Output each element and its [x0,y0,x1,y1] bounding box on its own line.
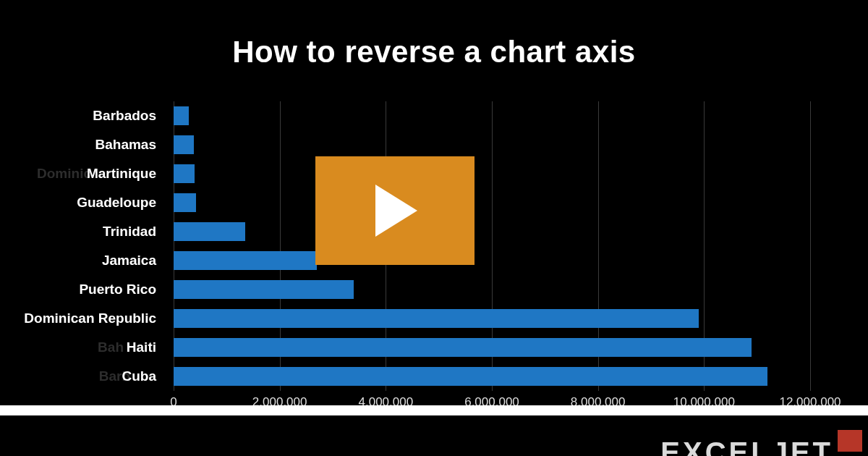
bar-row [174,333,752,362]
y-tick-label: Trinidad [0,217,166,246]
bar-row [174,130,194,159]
bar [174,106,189,125]
bar-row [174,246,317,275]
y-tick-label: Cuba [0,362,166,391]
bar-row [174,159,195,188]
y-tick-label: Barbados [0,101,166,130]
brand-watermark: EXCELJET [660,430,862,456]
bar-row [174,101,189,130]
y-tick-label: Guadeloupe [0,188,166,217]
brand-badge-icon [838,430,862,452]
gridline [810,101,811,391]
play-button[interactable] [315,156,475,265]
bar [174,193,196,212]
brand-text: EXCELJET [660,430,833,456]
bar [174,280,354,299]
bar [174,135,194,154]
plot-area [174,101,810,391]
bar-row [174,188,196,217]
svg-marker-0 [375,185,417,237]
bar [174,367,767,386]
divider [0,405,868,415]
bar [174,309,699,328]
y-tick-label: Jamaica [0,246,166,275]
bar [174,338,752,357]
bar-row [174,275,354,304]
y-tick-label: Haiti [0,333,166,362]
play-icon [370,182,420,240]
y-tick-label: Dominican Republic [0,304,166,333]
page-title: How to reverse a chart axis [0,0,868,69]
bar [174,251,317,270]
y-tick-label: Martinique [0,159,166,188]
y-tick-label: Puerto Rico [0,275,166,304]
bar-row [174,217,245,246]
y-tick-label: Bahamas [0,130,166,159]
bar [174,222,245,241]
bar [174,164,195,183]
bar-row [174,362,767,391]
bar-row [174,304,699,333]
